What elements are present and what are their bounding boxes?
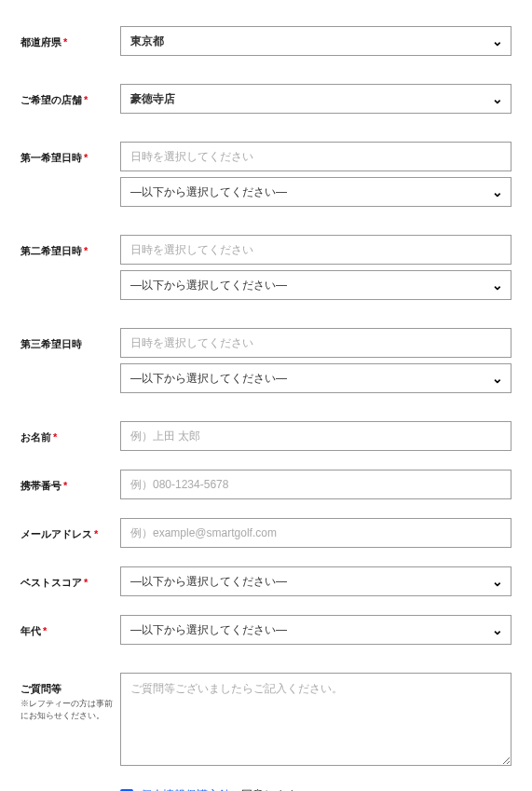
- label-store: ご希望の店舗*: [20, 84, 120, 107]
- label-phone: 携帯番号*: [20, 470, 120, 493]
- field-best-score: ―以下から選択してください― ⌄: [120, 566, 512, 596]
- email-input[interactable]: [120, 518, 512, 548]
- row-prefecture: 都道府県* 東京都 ⌄: [20, 26, 512, 56]
- label-date3: 第三希望日時: [20, 328, 120, 351]
- age-select-wrap: ―以下から選択してください― ⌄: [120, 615, 512, 645]
- field-name: [120, 421, 512, 451]
- row-phone: 携帯番号*: [20, 470, 512, 499]
- label-text: メールアドレス: [20, 528, 92, 539]
- label-text: ベストスコア: [20, 577, 82, 588]
- age-select[interactable]: ―以下から選択してください―: [120, 615, 512, 645]
- field-store: 豪徳寺店 ⌄: [120, 84, 512, 114]
- field-date2: ―以下から選択してください― ⌄: [120, 235, 512, 300]
- row-name: お名前*: [20, 421, 512, 451]
- field-date3: ―以下から選択してください― ⌄: [120, 328, 512, 393]
- required-mark: *: [84, 245, 88, 256]
- date3-time-select-wrap: ―以下から選択してください― ⌄: [120, 363, 512, 393]
- field-date1: ―以下から選択してください― ⌄: [120, 142, 512, 207]
- row-best-score: ベストスコア* ―以下から選択してください― ⌄: [20, 566, 512, 596]
- field-email: [120, 518, 512, 548]
- label-text: 第一希望日時: [20, 152, 82, 163]
- phone-input[interactable]: [120, 470, 512, 499]
- required-mark: *: [43, 625, 47, 636]
- label-text: ご希望の店舗: [20, 94, 82, 105]
- row-question: ご質問等 ※レフティーの方は事前にお知らせください。: [20, 673, 512, 769]
- consent-text: 個人情報保護方針に同意します。: [141, 787, 308, 791]
- consent-row: 個人情報保護方針に同意します。: [120, 787, 512, 791]
- row-email: メールアドレス*: [20, 518, 512, 548]
- label-text: 年代: [20, 625, 41, 636]
- label-text: ご質問等: [20, 683, 61, 694]
- best-score-select[interactable]: ―以下から選択してください―: [120, 566, 512, 596]
- label-text: お名前: [20, 431, 51, 443]
- label-sublabel: ※レフティーの方は事前にお知らせください。: [20, 698, 120, 721]
- prefecture-select-wrap: 東京都 ⌄: [120, 26, 512, 56]
- required-mark: *: [84, 94, 88, 105]
- field-age: ―以下から選択してください― ⌄: [120, 615, 512, 645]
- name-input[interactable]: [120, 421, 512, 451]
- date1-time-select[interactable]: ―以下から選択してください―: [120, 177, 512, 207]
- label-text: 第三希望日時: [20, 338, 82, 349]
- required-mark: *: [63, 480, 67, 491]
- date1-input[interactable]: [120, 142, 512, 171]
- date1-time-select-wrap: ―以下から選択してください― ⌄: [120, 177, 512, 207]
- required-mark: *: [63, 36, 67, 48]
- required-mark: *: [53, 431, 57, 443]
- label-best-score: ベストスコア*: [20, 566, 120, 590]
- field-question: [120, 673, 512, 769]
- row-date1: 第一希望日時* ―以下から選択してください― ⌄: [20, 142, 512, 207]
- label-age: 年代*: [20, 615, 120, 638]
- date3-time-select[interactable]: ―以下から選択してください―: [120, 363, 512, 393]
- required-mark: *: [84, 577, 88, 588]
- date3-input[interactable]: [120, 328, 512, 358]
- row-date2: 第二希望日時* ―以下から選択してください― ⌄: [20, 235, 512, 300]
- label-prefecture: 都道府県*: [20, 26, 120, 49]
- label-date2: 第二希望日時*: [20, 235, 120, 258]
- field-prefecture: 東京都 ⌄: [120, 26, 512, 56]
- required-mark: *: [94, 528, 98, 539]
- row-store: ご希望の店舗* 豪徳寺店 ⌄: [20, 84, 512, 114]
- row-age: 年代* ―以下から選択してください― ⌄: [20, 615, 512, 645]
- label-text: 都道府県: [20, 36, 61, 48]
- question-textarea[interactable]: [120, 673, 512, 766]
- best-score-select-wrap: ―以下から選択してください― ⌄: [120, 566, 512, 596]
- field-phone: [120, 470, 512, 499]
- label-name: お名前*: [20, 421, 120, 444]
- date2-time-select[interactable]: ―以下から選択してください―: [120, 270, 512, 300]
- prefecture-select[interactable]: 東京都: [120, 26, 512, 56]
- required-mark: *: [84, 152, 88, 163]
- date2-time-select-wrap: ―以下から選択してください― ⌄: [120, 270, 512, 300]
- store-select[interactable]: 豪徳寺店: [120, 84, 512, 114]
- label-text: 第二希望日時: [20, 245, 82, 256]
- label-question: ご質問等 ※レフティーの方は事前にお知らせください。: [20, 673, 120, 721]
- date2-input[interactable]: [120, 235, 512, 265]
- label-text: 携帯番号: [20, 480, 61, 491]
- row-date3: 第三希望日時 ―以下から選択してください― ⌄: [20, 328, 512, 393]
- label-email: メールアドレス*: [20, 518, 120, 541]
- label-date1: 第一希望日時*: [20, 142, 120, 165]
- store-select-wrap: 豪徳寺店 ⌄: [120, 84, 512, 114]
